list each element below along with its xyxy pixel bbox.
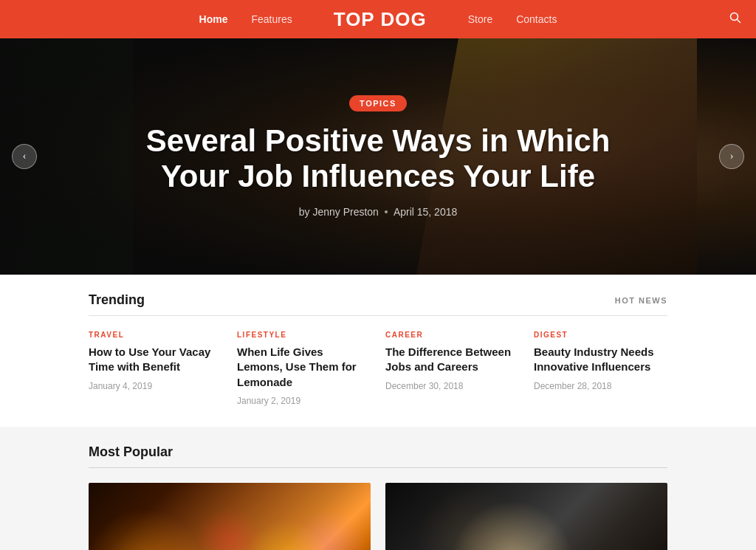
- hero-section: ‹ TOPICS Several Positive Ways in Which …: [0, 38, 756, 275]
- category-label-travel: TRAVEL: [89, 331, 222, 339]
- header: Home Features TOP DOG Store Contacts: [0, 0, 756, 38]
- card-title-2[interactable]: When Life Gives Lemons, Use Them for Lem…: [237, 345, 371, 390]
- hero-title: Several Positive Ways in Which Your Job …: [134, 123, 622, 195]
- svg-line-1: [738, 20, 740, 23]
- hero-tag: TOPICS: [349, 95, 407, 111]
- hero-author: by Jenny Preston: [299, 206, 379, 218]
- hot-news-badge: HOT NEWS: [615, 296, 667, 305]
- meta-dot: [385, 210, 388, 213]
- search-icon[interactable]: [729, 12, 741, 27]
- popular-header: Most Popular: [89, 444, 667, 468]
- nav-contacts[interactable]: Contacts: [516, 13, 557, 25]
- trending-section: Trending HOT NEWS TRAVEL How to Use Your…: [0, 275, 756, 427]
- card-date-4: December 28, 2018: [534, 381, 667, 391]
- main-nav: Home Features TOP DOG Store Contacts: [199, 8, 557, 31]
- trending-card-3: CAREER The Difference Between Jobs and C…: [385, 331, 519, 406]
- hero-date: April 15, 2018: [394, 206, 457, 218]
- nav-home[interactable]: Home: [199, 13, 228, 25]
- nav-features[interactable]: Features: [251, 13, 292, 25]
- category-label-digest: DIGEST: [534, 331, 667, 339]
- hero-next-button[interactable]: ›: [719, 144, 744, 169]
- trending-card-4: DIGEST Beauty Industry Needs Innovative …: [534, 331, 667, 406]
- trending-grid: TRAVEL How to Use Your Vacay Time with B…: [89, 331, 667, 406]
- popular-grid: [89, 483, 667, 550]
- popular-section: Most Popular: [0, 427, 756, 550]
- trending-card-1: TRAVEL How to Use Your Vacay Time with B…: [89, 331, 222, 406]
- site-logo: TOP DOG: [334, 8, 427, 31]
- popular-title: Most Popular: [89, 444, 173, 459]
- card-title-3[interactable]: The Difference Between Jobs and Careers: [385, 345, 519, 375]
- card-title-4[interactable]: Beauty Industry Needs Innovative Influen…: [534, 345, 667, 375]
- trending-card-2: LIFESTYLE When Life Gives Lemons, Use Th…: [237, 331, 371, 406]
- hero-content: TOPICS Several Positive Ways in Which Yo…: [120, 95, 636, 219]
- popular-card-1[interactable]: [89, 483, 371, 550]
- popular-card-2[interactable]: [385, 483, 667, 550]
- category-label-lifestyle: LIFESTYLE: [237, 331, 371, 339]
- nav-store[interactable]: Store: [468, 13, 492, 25]
- hero-meta: by Jenny Preston April 15, 2018: [134, 206, 622, 218]
- card-date-1: January 4, 2019: [89, 381, 222, 391]
- card-title-1[interactable]: How to Use Your Vacay Time with Benefit: [89, 345, 222, 375]
- trending-header: Trending HOT NEWS: [89, 292, 667, 316]
- category-label-career: CAREER: [385, 331, 519, 339]
- card-date-2: January 2, 2019: [237, 396, 371, 406]
- hero-prev-button[interactable]: ‹: [12, 144, 37, 169]
- trending-title: Trending: [89, 292, 145, 308]
- card-date-3: December 30, 2018: [385, 381, 519, 391]
